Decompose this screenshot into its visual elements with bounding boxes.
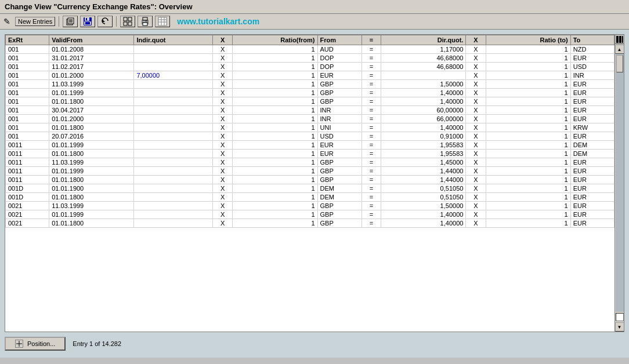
- table-cell: EUR: [570, 184, 614, 193]
- table-cell: =: [362, 193, 381, 202]
- table-cell: 1,50000: [381, 80, 466, 89]
- column-chooser-button[interactable]: [615, 35, 624, 44]
- scroll-thumb[interactable]: [616, 55, 623, 72]
- table-row[interactable]: 002101.01.1800X1GBP=1,40000X1EUR: [6, 219, 614, 228]
- table-row[interactable]: 00101.01.2008X1AUD=1,17000X1NZD: [6, 45, 614, 54]
- svg-rect-11: [124, 17, 127, 21]
- table-cell: X: [213, 141, 233, 150]
- table-cell: EUR: [570, 97, 614, 106]
- table-cell: 1,50000: [381, 202, 466, 210]
- scroll-up-button[interactable]: ▲: [615, 45, 624, 54]
- page-title: Change View "Currency Exchange Rates": O…: [5, 2, 193, 11]
- table-cell: 7,00000: [134, 71, 213, 80]
- table-cell: 11.03.1999: [49, 80, 134, 89]
- table-cell: 1: [486, 176, 570, 184]
- table-cell: 1,44000: [381, 167, 466, 176]
- table-cell: =: [362, 80, 381, 89]
- table-cell: [134, 63, 213, 71]
- table-cell: X: [213, 97, 233, 106]
- table-body: 00101.01.2008X1AUD=1,17000X1NZD00131.01.…: [6, 45, 614, 228]
- table-cell: X: [466, 123, 486, 132]
- table-cell: X: [466, 158, 486, 167]
- table-row[interactable]: 00131.01.2017X1DOP=46,68000X1EUR: [6, 54, 614, 63]
- table-cell: 01.01.1999: [49, 210, 134, 219]
- table-cell: =: [362, 89, 381, 97]
- export-button[interactable]: [155, 16, 170, 27]
- table-cell: 01.01.1800: [49, 176, 134, 184]
- table-row[interactable]: 00101.01.1800X1UNI=1,40000X1KRW: [6, 123, 614, 132]
- table-cell: 1,44000: [381, 176, 466, 184]
- table-cell: 01.01.1800: [49, 97, 134, 106]
- table-cell: 0,91000: [381, 132, 466, 141]
- table-cell: INR: [317, 106, 362, 115]
- header-ratiofrom: Ratio(from): [233, 35, 317, 45]
- new-entries-button[interactable]: New Entries: [15, 17, 55, 26]
- table-row[interactable]: 00111.02.2017X1DOP=46,68000X1USD: [6, 63, 614, 71]
- table-cell: X: [466, 115, 486, 123]
- table-row[interactable]: 001101.01.1999X1GBP=1,44000X1EUR: [6, 167, 614, 176]
- table-cell: X: [466, 141, 486, 150]
- table-cell: 1: [486, 97, 570, 106]
- position-button[interactable]: Position...: [5, 337, 66, 351]
- table-row[interactable]: 001D01.01.1900X1DEM=0,51050X1EUR: [6, 184, 614, 193]
- table-cell: X: [213, 106, 233, 115]
- table-cell: 1,40000: [381, 97, 466, 106]
- table-cell: GBP: [317, 89, 362, 97]
- table-cell: 01.01.1800: [49, 219, 134, 228]
- table-cell: 1,95583: [381, 150, 466, 158]
- table-cell: 001D: [6, 193, 49, 202]
- scroll-checkbox[interactable]: [616, 313, 624, 321]
- table-cell: =: [362, 202, 381, 210]
- table-row[interactable]: 001101.01.1999X1EUR=1,95583X1DEM: [6, 141, 614, 150]
- table-container: ExRt ValidFrom Indir.quot X Ratio(from) …: [5, 34, 624, 332]
- table-row[interactable]: 00101.01.1999X1GBP=1,40000X1EUR: [6, 89, 614, 97]
- scroll-down-button[interactable]: ▼: [615, 322, 624, 332]
- table-cell: GBP: [317, 97, 362, 106]
- table-cell: 1: [233, 115, 317, 123]
- table-row[interactable]: 00120.07.2016X1USD=0,91000X1EUR: [6, 132, 614, 141]
- table-row[interactable]: 001101.01.1800X1EUR=1,95583X1DEM: [6, 150, 614, 158]
- table-row[interactable]: 001111.03.1999X1GBP=1,45000X1EUR: [6, 158, 614, 167]
- table-cell: X: [466, 80, 486, 89]
- table-cell: 0021: [6, 219, 49, 228]
- table-cell: [134, 193, 213, 202]
- save-button[interactable]: [80, 16, 95, 27]
- table-cell: EUR: [570, 176, 614, 184]
- main-content: ExRt ValidFrom Indir.quot X Ratio(from) …: [0, 30, 629, 358]
- table-cell: 1: [486, 193, 570, 202]
- table-row[interactable]: 00101.01.20007,00000X1EUR=X1INR: [6, 71, 614, 80]
- svg-rect-19: [158, 17, 167, 26]
- table-cell: [134, 45, 213, 54]
- print-button[interactable]: [138, 16, 153, 27]
- table-row[interactable]: 001D01.01.1800X1DEM=0,51050X1EUR: [6, 193, 614, 202]
- data-table: ExRt ValidFrom Indir.quot X Ratio(from) …: [5, 35, 614, 228]
- table-cell: [134, 89, 213, 97]
- table-row[interactable]: 00130.04.2017X1INR=60,00000X1EUR: [6, 106, 614, 115]
- header-from: From: [317, 35, 362, 45]
- copy-button[interactable]: [63, 16, 78, 27]
- table-cell: [381, 71, 466, 80]
- table-row[interactable]: 00101.01.1800X1GBP=1,40000X1EUR: [6, 97, 614, 106]
- header-exrt: ExRt: [6, 35, 49, 45]
- table-row[interactable]: 002111.03.1999X1GBP=1,50000X1EUR: [6, 202, 614, 210]
- scrollbar[interactable]: ▲ ▼: [614, 35, 624, 332]
- undo-button[interactable]: [97, 16, 113, 27]
- grid-button[interactable]: [120, 16, 135, 27]
- table-row[interactable]: 00101.01.2000X1INR=66,00000X1EUR: [6, 115, 614, 123]
- table-cell: 001: [6, 54, 49, 63]
- table-row[interactable]: 00111.03.1999X1GBP=1,50000X1EUR: [6, 80, 614, 89]
- table-row[interactable]: 001101.01.1800X1GBP=1,44000X1EUR: [6, 176, 614, 184]
- table-cell: 0,51050: [381, 193, 466, 202]
- table-cell: GBP: [317, 176, 362, 184]
- table-cell: [134, 80, 213, 89]
- table-cell: 01.01.1999: [49, 89, 134, 97]
- table-cell: X: [213, 219, 233, 228]
- table-cell: DEM: [317, 193, 362, 202]
- table-cell: 1: [486, 89, 570, 97]
- table-cell: GBP: [317, 158, 362, 167]
- table-row[interactable]: 002101.01.1999X1GBP=1,40000X1EUR: [6, 210, 614, 219]
- table-cell: 0011: [6, 176, 49, 184]
- title-bar: Change View "Currency Exchange Rates": O…: [0, 0, 629, 14]
- svg-rect-18: [143, 21, 145, 21]
- table-cell: X: [466, 210, 486, 219]
